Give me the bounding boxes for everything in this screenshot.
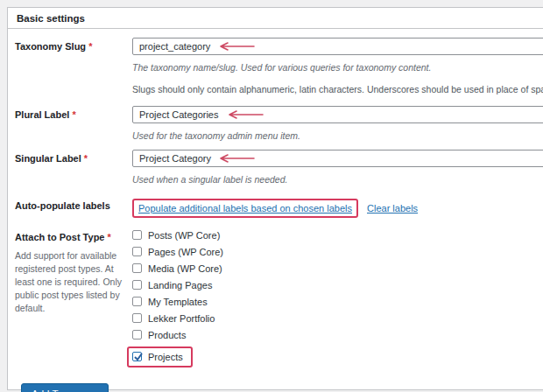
required-asterisk: * — [84, 153, 88, 164]
checkbox-products[interactable]: Products — [132, 330, 543, 340]
checkbox-label: Posts (WP Core) — [148, 230, 220, 241]
checkbox-unchecked-icon[interactable] — [132, 297, 142, 306]
required-asterisk: * — [88, 41, 92, 52]
populate-labels-link[interactable]: Populate additional labels based on chos… — [138, 203, 352, 214]
plural-label-label: Plural Label * — [15, 106, 132, 143]
annotation-box: Populate additional labels based on chos… — [132, 199, 358, 218]
plural-label-description: Used for the taxonomy admin menu item. — [132, 130, 543, 143]
singular-label-description: Used when a singular label is needed. — [132, 174, 543, 186]
required-asterisk: * — [108, 232, 111, 242]
attach-post-type-row: Attach to Post Type * Add support for av… — [15, 228, 543, 368]
taxonomy-slug-label: Taxonomy Slug * — [15, 38, 132, 95]
clear-labels-link[interactable]: Clear labels — [367, 203, 418, 214]
taxonomy-slug-input[interactable] — [132, 38, 543, 55]
singular-label-label: Singular Label * — [15, 150, 132, 186]
checkbox-label: Projects — [148, 352, 183, 362]
checkbox-label: Products — [148, 330, 186, 340]
checkbox-unchecked-icon[interactable] — [132, 330, 142, 340]
checkbox-lekker-portfolio[interactable]: Lekker Portfolio — [132, 313, 543, 324]
checkbox-label: Lekker Portfolio — [148, 313, 215, 324]
plural-label-label-text: Plural Label — [15, 109, 69, 120]
auto-populate-label: Auto-populate labels — [15, 197, 132, 218]
required-asterisk: * — [72, 109, 75, 120]
checkbox-unchecked-icon[interactable] — [132, 313, 142, 323]
panel-title: Basic settings — [8, 8, 543, 29]
taxonomy-slug-label-text: Taxonomy Slug — [15, 41, 86, 52]
checkbox-unchecked-icon[interactable] — [132, 230, 142, 240]
basic-settings-panel: Basic settings Taxonomy Slug * The taxon… — [7, 7, 543, 390]
singular-label-label-text: Singular Label — [15, 153, 81, 164]
checkbox-media[interactable]: Media (WP Core) — [132, 263, 543, 274]
auto-populate-row: Auto-populate labels Populate additional… — [15, 197, 543, 218]
checkbox-posts[interactable]: Posts (WP Core) — [132, 230, 543, 241]
checkbox-my-templates[interactable]: My Templates — [132, 297, 543, 307]
annotation-box: Projects — [127, 346, 193, 368]
singular-label-input[interactable] — [132, 150, 543, 167]
attach-post-type-label: Attach to Post Type * Add support for av… — [15, 228, 132, 368]
taxonomy-slug-note: Slugs should only contain alphanumeric, … — [132, 84, 543, 96]
post-type-checkbox-list: Posts (WP Core) Pages (WP Core) Media (W… — [132, 228, 543, 368]
checkbox-projects[interactable]: Projects — [132, 346, 543, 368]
taxonomy-slug-description: The taxonomy name/slug. Used for various… — [132, 62, 543, 74]
attach-post-type-help: Add support for available registered pos… — [15, 249, 132, 316]
checkbox-unchecked-icon[interactable] — [132, 247, 142, 256]
checkbox-landing-pages[interactable]: Landing Pages — [132, 280, 543, 290]
taxonomy-slug-row: Taxonomy Slug * The taxonomy name/slug. … — [15, 38, 543, 95]
taxonomy-form: Taxonomy Slug * The taxonomy name/slug. … — [8, 29, 543, 392]
checkbox-unchecked-icon[interactable] — [132, 263, 142, 273]
checkbox-unchecked-icon[interactable] — [132, 280, 142, 290]
checkbox-pages[interactable]: Pages (WP Core) — [132, 247, 543, 257]
checkbox-checked-icon[interactable] — [132, 352, 142, 361]
checkbox-label: Landing Pages — [148, 280, 212, 290]
plural-label-input[interactable] — [132, 106, 543, 123]
checkbox-label: My Templates — [148, 297, 208, 307]
checkbox-label: Media (WP Core) — [148, 263, 222, 274]
checkbox-label: Pages (WP Core) — [148, 247, 223, 257]
attach-post-type-label-text: Attach to Post Type — [15, 232, 104, 242]
add-taxonomy-button[interactable]: Add Taxonomy — [21, 383, 109, 392]
singular-label-row: Singular Label * Used when a singular la… — [15, 150, 543, 186]
plural-label-row: Plural Label * Used for the taxonomy adm… — [15, 106, 543, 143]
